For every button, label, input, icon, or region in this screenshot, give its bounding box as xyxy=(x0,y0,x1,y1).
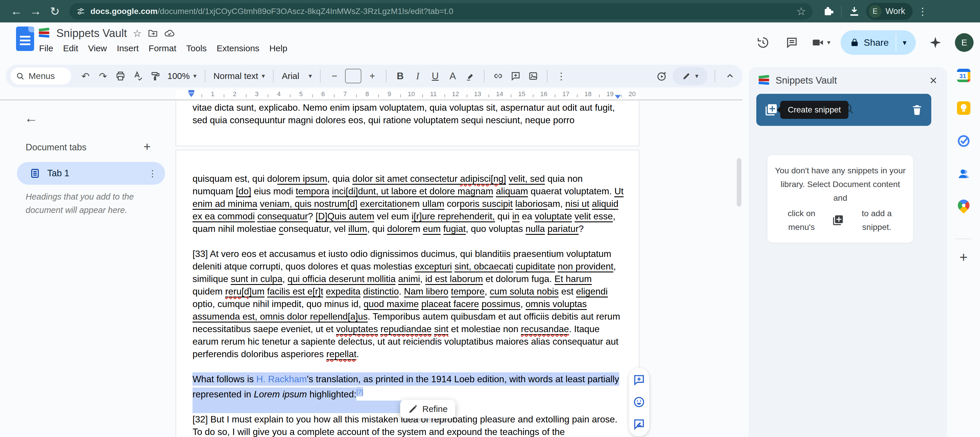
menu-insert[interactable]: Insert xyxy=(112,42,144,54)
insert-link-button[interactable] xyxy=(490,68,506,84)
right-indent-marker[interactable] xyxy=(615,95,620,99)
increase-font-size-button[interactable]: + xyxy=(364,68,380,84)
document-scrollbar-thumb[interactable] xyxy=(737,158,741,207)
empty-message-line3-before: click on menu's xyxy=(775,207,829,234)
ruler-number: 3 xyxy=(255,90,258,98)
text-color-button[interactable]: A xyxy=(445,68,461,84)
downloads-icon[interactable] xyxy=(846,3,862,19)
site-settings-tune-icon[interactable] xyxy=(76,6,86,16)
add-emoji-reaction-button[interactable] xyxy=(633,396,646,408)
browser-forward-button[interactable]: → xyxy=(27,3,45,20)
add-comment-floating-button[interactable] xyxy=(633,374,646,386)
underline-button[interactable]: U xyxy=(427,68,443,84)
document-title[interactable]: Snippets Vault xyxy=(56,27,127,40)
gemini-sparkle-icon[interactable] xyxy=(926,33,945,52)
editing-mode-select[interactable]: ▾ xyxy=(673,67,708,85)
print-button[interactable] xyxy=(113,68,128,84)
empty-library-message-card: You don't have any snippets in your libr… xyxy=(767,155,913,243)
delete-snippets-button[interactable] xyxy=(911,104,923,116)
google-maps-icon[interactable] xyxy=(958,200,969,211)
selection-actions-pill xyxy=(629,368,649,436)
menu-view[interactable]: View xyxy=(83,42,112,54)
browser-back-button[interactable]: ← xyxy=(8,3,25,20)
ruler-number: 14 xyxy=(496,90,503,98)
menu-format[interactable]: Format xyxy=(144,42,181,54)
document-editor-area: 1234567891011121314151617181920 vitae di… xyxy=(176,87,640,437)
docs-toolbar: Menus ↶ ↷ 100%▾ Normal text▾ Arial▾ − + … xyxy=(6,65,743,87)
tab-item-tab1[interactable]: Tab 1 ⋮ xyxy=(17,162,165,185)
document-page-2[interactable]: quisquam est, qui dolorem ipsum, quia do… xyxy=(176,150,640,437)
paint-format-button[interactable] xyxy=(148,68,163,84)
ruler-number: 7 xyxy=(343,90,347,98)
create-snippet-button[interactable] xyxy=(764,103,778,117)
extensions-puzzle-icon[interactable] xyxy=(821,3,837,19)
highlight-color-button[interactable] xyxy=(462,68,478,84)
decrease-font-size-button[interactable]: − xyxy=(326,68,342,84)
google-docs-logo[interactable] xyxy=(16,27,34,51)
get-addons-button[interactable]: + xyxy=(959,249,967,265)
browser-reload-button[interactable]: ↻ xyxy=(46,3,64,20)
redo-button[interactable]: ↷ xyxy=(95,68,111,84)
ruler-tick xyxy=(312,94,313,97)
suggest-edits-button[interactable] xyxy=(633,418,646,431)
ruler-tick xyxy=(422,94,423,97)
ruler-tick xyxy=(224,94,224,97)
account-avatar[interactable]: E xyxy=(955,33,974,52)
undo-button[interactable]: ↶ xyxy=(78,68,93,84)
ruler-tick xyxy=(511,94,511,97)
menu-file[interactable]: File xyxy=(34,42,58,54)
tab-options-icon[interactable]: ⋮ xyxy=(148,168,157,179)
panel-books-emoji-icon xyxy=(759,76,770,86)
search-menus-button[interactable]: Menus xyxy=(11,68,71,84)
toolbar-separator xyxy=(484,70,484,82)
close-panel-icon[interactable]: × xyxy=(929,73,937,88)
browser-profile-chip[interactable]: E Work xyxy=(866,3,913,20)
bold-button[interactable]: B xyxy=(392,68,408,84)
star-document-icon[interactable]: ☆ xyxy=(133,27,142,39)
share-button[interactable]: Share ▾ xyxy=(841,30,916,55)
google-contacts-icon[interactable] xyxy=(957,167,970,180)
insert-image-button[interactable] xyxy=(525,68,541,84)
books-emoji-icon xyxy=(39,28,51,38)
tab-label: Tab 1 xyxy=(47,168,69,179)
editing-mode-dropdown-arrow: ▾ xyxy=(695,72,698,80)
menu-extensions[interactable]: Extensions xyxy=(212,42,264,54)
menu-tools[interactable]: Tools xyxy=(181,42,212,54)
bookmark-star-icon[interactable]: ☆ xyxy=(796,5,806,18)
google-keep-icon[interactable] xyxy=(957,101,970,115)
version-history-icon[interactable] xyxy=(753,33,772,52)
menu-help[interactable]: Help xyxy=(264,42,292,54)
comments-icon[interactable] xyxy=(782,33,802,52)
document-page-1[interactable]: vitae dicta sunt, explicabo. Nemo enim i… xyxy=(176,100,640,146)
google-tasks-icon[interactable] xyxy=(957,134,970,148)
snippets-vault-panel: Snippets Vault × Create snippet You don'… xyxy=(749,67,947,437)
spell-check-button[interactable] xyxy=(130,68,146,84)
left-indent-marker[interactable] xyxy=(188,90,194,93)
font-select[interactable]: Arial▾ xyxy=(279,71,314,81)
paragraph-style-select[interactable]: Normal text▾ xyxy=(211,71,267,81)
zoom-select[interactable]: 100%▾ xyxy=(165,71,199,81)
meet-video-call-icon[interactable]: ▾ xyxy=(811,33,830,52)
meet-dropdown-arrow[interactable]: ▾ xyxy=(827,39,830,46)
menu-edit[interactable]: Edit xyxy=(58,42,83,54)
search-icon xyxy=(16,72,24,81)
add-comment-button[interactable] xyxy=(508,68,523,84)
add-tab-button[interactable]: + xyxy=(143,140,151,154)
document-status-cloud-icon[interactable] xyxy=(164,28,175,39)
italic-button[interactable]: I xyxy=(410,68,426,84)
browser-menu-icon[interactable]: ⋮ xyxy=(917,6,928,17)
more-toolbar-options-button[interactable]: ⋮ xyxy=(553,68,569,84)
collapse-tabs-arrow-button[interactable]: ← xyxy=(24,110,38,126)
document-tabs-title: Document tabs xyxy=(25,142,87,153)
font-size-input[interactable] xyxy=(345,69,361,83)
refine-popup-button[interactable]: Refine xyxy=(400,400,455,418)
ruler-tick xyxy=(488,94,489,97)
move-folder-icon[interactable] xyxy=(148,28,158,38)
address-bar[interactable]: docs.google.com/document/d/1xjCOyCGtmh89… xyxy=(69,3,813,19)
hide-menus-chevron-button[interactable] xyxy=(722,68,738,84)
share-dropdown-arrow[interactable]: ▾ xyxy=(896,38,913,47)
ruler-number: 17 xyxy=(562,90,570,98)
activity-tracker-icon[interactable] xyxy=(654,68,670,84)
google-calendar-icon[interactable]: 31 xyxy=(957,69,970,82)
first-line-indent-marker[interactable] xyxy=(188,93,194,97)
